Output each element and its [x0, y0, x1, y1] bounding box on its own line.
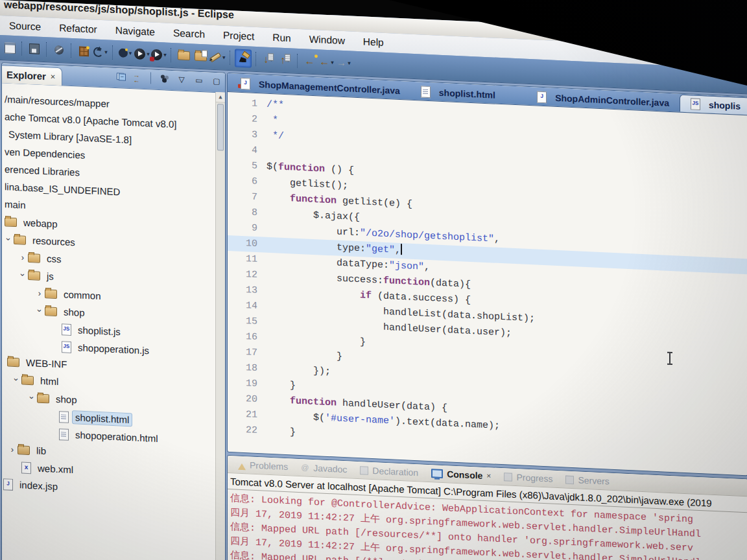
folder-icon [45, 289, 57, 299]
menu-item-search[interactable]: Search [164, 23, 214, 45]
line-number: 13 [228, 282, 267, 299]
menu-item-help[interactable]: Help [354, 32, 393, 53]
debug-run-icon[interactable]: ▾ [151, 46, 167, 64]
chevron-collapsed-icon[interactable]: › [7, 444, 18, 454]
menu-item-refactor[interactable]: Refactor [50, 18, 106, 40]
console-tab-problems[interactable]: Problems [233, 456, 293, 475]
back-icon[interactable]: ←▾ [319, 53, 335, 71]
tree-item-label: shop [61, 305, 88, 319]
settings-icon-dropdown[interactable]: ▾ [129, 50, 132, 56]
new-window-icon-glyph [5, 42, 16, 54]
new-wizard-icon[interactable] [76, 42, 91, 60]
code-token: }); [267, 364, 331, 377]
project-tree[interactable]: /main/resources/mapperache Tomcat v8.0 [… [2, 82, 216, 560]
pen-icon[interactable]: ▾ [209, 49, 226, 66]
console-tab-label: Console [447, 469, 482, 481]
forward-icon[interactable]: →▾ [336, 54, 351, 72]
code-token: * [267, 115, 278, 126]
maximize-icon[interactable]: ▢ [211, 75, 222, 88]
console-tab-javadoc[interactable]: @Javadoc [296, 459, 352, 478]
back-icon-glyph: ← [319, 56, 329, 67]
js-file-icon [691, 98, 700, 110]
java-file-icon [241, 78, 250, 90]
folder-icon [37, 393, 49, 403]
scroll-up-icon[interactable]: ▲ [216, 92, 225, 103]
chevron-expanded-icon[interactable]: › [35, 305, 45, 316]
xml-file-icon [21, 461, 31, 474]
highlighter-icon[interactable] [235, 49, 252, 67]
back-icon-dropdown[interactable]: ▾ [331, 59, 334, 65]
code-token [267, 286, 360, 301]
save-icon[interactable] [27, 40, 42, 58]
code-editor[interactable]: 1/**2 *3 */45$(function () {6 getlist();… [228, 91, 747, 475]
chevron-expanded-icon[interactable]: › [4, 234, 14, 245]
prev-annotation-icon[interactable]: ↑▾ [278, 51, 293, 69]
refresh-icon-dropdown[interactable]: ▾ [104, 49, 108, 55]
close-icon[interactable]: × [486, 471, 491, 480]
next-annotation-icon[interactable]: ↓▾ [261, 51, 276, 68]
mouse-cursor-ibeam [669, 353, 670, 364]
folder-icon [5, 217, 17, 227]
import-folder-icon[interactable] [193, 47, 208, 65]
settings-icon[interactable]: ▾ [117, 44, 133, 62]
last-edit-location-icon[interactable]: ← [302, 52, 318, 70]
collapse-all-icon[interactable] [115, 71, 126, 83]
editor-tab-label: shoplist.html [439, 88, 495, 100]
console-tab-servers[interactable]: Servers [560, 471, 614, 490]
chevron-collapsed-icon[interactable]: › [18, 252, 28, 262]
folder-icon [28, 270, 40, 280]
folder-icon [14, 235, 26, 244]
toolbar-separator [150, 73, 152, 84]
code-token: } [267, 348, 342, 362]
view-menu-dots-icon[interactable] [158, 73, 170, 85]
tree-item-label: web.xml [35, 461, 76, 476]
new-window-icon[interactable] [2, 39, 18, 56]
prev-annotation-icon-glyph: ↑ [280, 55, 285, 65]
js-file-icon [62, 323, 71, 336]
chevron-expanded-icon[interactable]: › [27, 392, 37, 403]
code-text: * [267, 113, 278, 129]
pen-icon-dropdown[interactable]: ▾ [222, 54, 226, 61]
menu-item-navigate[interactable]: Navigate [106, 20, 164, 42]
menu-item-project[interactable]: Project [214, 25, 263, 47]
chevron-expanded-icon[interactable]: › [18, 270, 28, 281]
run-icon[interactable]: ▾ [134, 45, 150, 62]
minimize-icon[interactable]: ▭ [193, 75, 205, 87]
toolbar-separator [171, 48, 172, 62]
line-number: 12 [228, 266, 267, 284]
breakpoint-icon[interactable] [51, 41, 67, 59]
menu-item-run[interactable]: Run [263, 27, 300, 49]
chevron-expanded-icon[interactable]: › [12, 374, 21, 385]
line-number: 16 [228, 329, 267, 346]
toolbar-separator [21, 41, 23, 55]
menu-item-source[interactable]: Source [0, 16, 50, 38]
code-token: } [267, 332, 366, 348]
console-tab-declaration[interactable]: Declaration [355, 461, 423, 482]
code-text: */ [267, 128, 284, 145]
chevron-collapsed-icon[interactable]: › [34, 288, 45, 298]
forward-icon-dropdown[interactable]: ▾ [348, 60, 351, 66]
console-tab-progress[interactable]: Progress [499, 468, 558, 487]
run-icon-dropdown[interactable]: ▾ [147, 51, 150, 57]
scrollbar-thumb[interactable] [217, 104, 224, 150]
line-number: 6 [228, 173, 267, 191]
console-tab-console[interactable]: Console× [426, 465, 496, 485]
collapse-all-glyph [117, 73, 124, 81]
view-menu-chevron-icon[interactable]: ▽ [176, 73, 187, 86]
line-number: 17 [228, 344, 267, 362]
link-arrows-glyph [134, 73, 143, 82]
debug-run-icon-dropdown[interactable]: ▾ [163, 51, 167, 58]
link-with-editor-icon[interactable] [132, 71, 144, 84]
refresh-icon[interactable]: ▾ [93, 43, 108, 60]
menu-item-window[interactable]: Window [300, 29, 354, 51]
tree-scrollbar[interactable]: ▲ [215, 92, 225, 560]
line-number: 2 [228, 111, 267, 128]
line-number: 15 [228, 313, 267, 331]
open-folder-icon[interactable] [176, 47, 191, 64]
annotation-list-glyph [268, 53, 274, 61]
close-icon[interactable]: × [51, 72, 56, 82]
text-caret [401, 244, 402, 255]
debug-run-icon-glyph [151, 49, 162, 60]
code-token: , [494, 234, 500, 245]
code-token: /** [267, 99, 284, 111]
